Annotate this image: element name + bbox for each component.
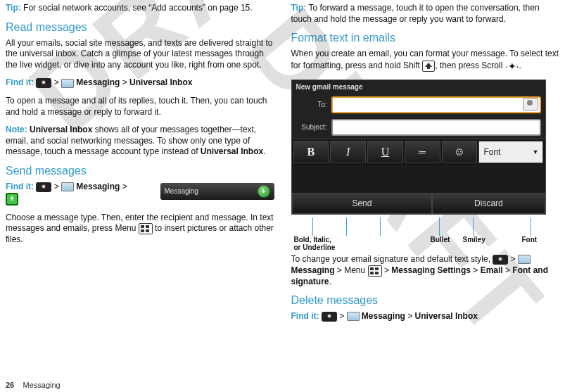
findit-label: Find it: bbox=[6, 77, 34, 87]
choose-message-type: Choose a message type. Then, enter the r… bbox=[6, 213, 274, 246]
font-dropdown[interactable]: Font bbox=[478, 141, 543, 163]
messaging-label: Messaging bbox=[360, 311, 405, 321]
open-message-body: To open a message and all of its replies… bbox=[6, 96, 274, 118]
font-label: Font bbox=[483, 147, 500, 157]
launcher-icon bbox=[493, 255, 508, 265]
heading-read-messages: Read messages bbox=[6, 21, 274, 34]
send-button[interactable]: Send bbox=[292, 193, 433, 214]
to-field[interactable] bbox=[331, 96, 541, 113]
launcher-icon bbox=[36, 182, 51, 192]
read-body: All your emails, social site messages, a… bbox=[6, 38, 274, 71]
left-column: Tip: For social network accounts, see “A… bbox=[6, 0, 274, 329]
underline-button[interactable]: U bbox=[367, 141, 403, 163]
smiley-button[interactable]: ☺ bbox=[442, 141, 478, 163]
menu-icon bbox=[368, 265, 382, 277]
findit-universal-inbox: Find it: > Messaging > Universal Inbox bbox=[6, 77, 274, 89]
findit-label-2: Find it: bbox=[6, 182, 34, 191]
bold-button[interactable]: B bbox=[293, 141, 329, 163]
menu-label: Menu bbox=[344, 265, 365, 275]
shift-key-icon bbox=[422, 61, 435, 72]
change-a: To change your email signature and defau… bbox=[291, 254, 493, 264]
messaging-label: Messaging bbox=[291, 265, 335, 275]
subject-field[interactable] bbox=[331, 119, 541, 136]
heading-delete-messages: Delete messages bbox=[291, 294, 560, 307]
callout-smiley: Smiley bbox=[463, 236, 485, 244]
italic-button[interactable]: I bbox=[330, 141, 366, 163]
callout-labels: Bold, Italic, or Underline Bullet Smiley… bbox=[291, 217, 560, 251]
scroll-key-icon: ·✦· bbox=[505, 60, 519, 72]
compose-strip-label: Messaging bbox=[165, 187, 198, 195]
tip-text: To forward a message, touch it to open t… bbox=[291, 3, 540, 24]
callout-biu: Bold, Italic, or Underline bbox=[294, 236, 336, 251]
compose-new-icon: + bbox=[6, 193, 18, 206]
bullet-list-button[interactable]: ≔ bbox=[405, 141, 440, 163]
messaging-icon bbox=[518, 255, 531, 264]
tip-label: Tip: bbox=[6, 3, 21, 13]
compose-titlebar: New gmail message bbox=[292, 80, 545, 94]
findit-label-3: Find it: bbox=[291, 311, 319, 321]
to-label: To: bbox=[296, 101, 327, 108]
message-body-field[interactable] bbox=[292, 165, 545, 193]
contact-picker-icon[interactable] bbox=[523, 98, 538, 110]
note-label: Note: bbox=[6, 125, 27, 134]
menu-icon bbox=[139, 223, 153, 234]
tip-social: Tip: For social network accounts, see “A… bbox=[6, 3, 274, 14]
tip-text: For social network accounts, see “Add ac… bbox=[21, 3, 253, 13]
launcher-icon bbox=[322, 312, 337, 322]
messaging-icon bbox=[61, 79, 74, 88]
change-signature: To change your email signature and defau… bbox=[291, 254, 560, 287]
page-footer: 26 Messaging bbox=[6, 381, 61, 389]
section-name: Messaging bbox=[23, 381, 60, 389]
discard-button[interactable]: Discard bbox=[432, 193, 545, 214]
messaging-label: Messaging bbox=[74, 77, 120, 87]
callout-font: Font bbox=[522, 236, 538, 244]
findit-delete: Find it: > Messaging > Universal Inbox bbox=[291, 311, 560, 322]
email-label: Email bbox=[481, 265, 503, 275]
compose-screenshot: New gmail message To: Subject: B I U ≔ ☺… bbox=[291, 80, 546, 215]
note-universal-inbox: Note: Universal Inbox shows all of your … bbox=[6, 125, 274, 158]
universal-inbox-label: Universal Inbox bbox=[415, 311, 478, 321]
heading-send-messages: Send messages bbox=[6, 165, 274, 177]
right-column: Tip: To forward a message, touch it to o… bbox=[291, 0, 560, 329]
messaging-icon bbox=[347, 312, 360, 321]
page-number: 26 bbox=[6, 381, 14, 389]
messaging-settings-label: Messaging Settings bbox=[391, 265, 471, 275]
format-b: , then press Scroll bbox=[435, 61, 504, 70]
launcher-icon bbox=[36, 78, 51, 88]
compose-strip: Messaging + bbox=[160, 183, 274, 200]
callout-bullet: Bullet bbox=[431, 236, 450, 244]
messaging-icon bbox=[61, 182, 74, 191]
tip-label: Tip: bbox=[291, 3, 307, 13]
messaging-label: Messaging bbox=[74, 182, 120, 191]
format-toolbar: B I U ≔ ☺ Font bbox=[292, 139, 545, 165]
note-ui-bold-2: Universal Inbox bbox=[201, 146, 263, 156]
note-ui-bold: Universal Inbox bbox=[27, 125, 93, 134]
tip-forward: Tip: To forward a message, touch it to o… bbox=[291, 3, 560, 25]
subject-label: Subject: bbox=[296, 123, 327, 131]
universal-inbox-label: Universal Inbox bbox=[129, 77, 192, 87]
format-c: . bbox=[519, 61, 521, 70]
heading-format-text: Format text in emails bbox=[291, 32, 560, 44]
format-body: When you create an email, you can format… bbox=[291, 49, 560, 72]
compose-plus-icon: + bbox=[258, 185, 270, 198]
note-text-end: . bbox=[263, 146, 265, 156]
